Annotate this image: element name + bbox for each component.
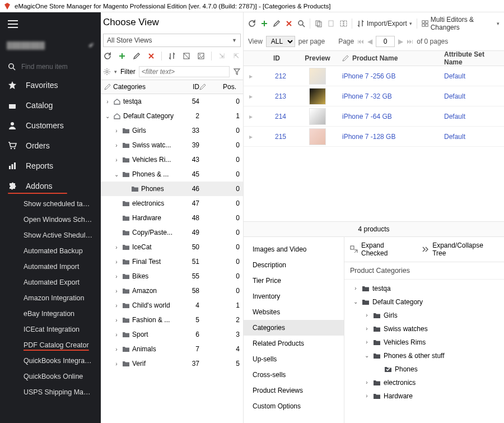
product-row[interactable]: ▸214iPhone 7 -64 GBDefault	[244, 106, 504, 127]
sidebar-item-favorites[interactable]: Favorites	[0, 75, 101, 95]
category-row[interactable]: ›Fashion & ...52	[101, 313, 243, 327]
contrast-icon[interactable]	[182, 52, 191, 61]
expand-icon[interactable]: ›	[113, 361, 120, 367]
category-row[interactable]: Copy/Paste...490	[101, 225, 243, 240]
detail-tab[interactable]: Cross-sells	[244, 367, 344, 383]
filter-input[interactable]	[139, 66, 230, 77]
expand-icon[interactable]: ›	[113, 346, 120, 352]
detail-tab[interactable]: Categories	[244, 320, 344, 336]
product-row[interactable]: ▸213iPhone 7 -32 GBDefault	[244, 86, 504, 106]
detail-tab[interactable]: Up-sells	[244, 351, 344, 367]
detail-tab[interactable]: Custom Options	[244, 398, 344, 414]
import-export-button[interactable]: Import/Export▾	[357, 20, 412, 27]
pc-tree-row[interactable]: ⌄Phones & other stuff	[350, 349, 498, 362]
product-attr-set[interactable]: Default	[440, 113, 504, 120]
swap-icon[interactable]	[167, 52, 176, 61]
refresh-products-icon[interactable]	[248, 19, 256, 28]
expand-icon[interactable]: ›	[113, 317, 120, 323]
expand-icon[interactable]: ›	[113, 244, 120, 250]
row-handle-icon[interactable]: ▸	[249, 72, 257, 80]
expand-icon[interactable]: ⌄	[363, 352, 370, 359]
expand-icon[interactable]: ⌄	[352, 299, 359, 305]
sidebar-item-addons[interactable]: Addons	[0, 176, 101, 196]
product-id[interactable]: 215	[257, 133, 296, 141]
category-row[interactable]: ›Animals74	[101, 342, 243, 356]
delete-icon[interactable]	[147, 52, 156, 61]
funnel-icon[interactable]	[233, 68, 241, 76]
add-icon[interactable]	[118, 52, 127, 61]
sidebar-item-orders[interactable]: Orders	[0, 136, 101, 156]
expand-icon[interactable]: ›	[104, 99, 111, 105]
addons-subitem[interactable]: QuickBooks Online	[0, 369, 101, 384]
product-attr-set[interactable]: Default	[440, 92, 504, 100]
next-page-icon[interactable]: ▶	[398, 38, 403, 45]
product-row[interactable]: ▸212iPhone 7 -256 GBDefault	[244, 66, 504, 86]
expand-icon[interactable]: ›	[352, 285, 359, 291]
gear-icon[interactable]	[103, 68, 111, 76]
pc-tree-row[interactable]: ›testqa	[350, 282, 498, 295]
product-name[interactable]: iPhone 7 -128 GB	[339, 133, 440, 141]
add-product-icon[interactable]	[260, 19, 268, 28]
col-attribute-set[interactable]: Attribute Set Name	[440, 50, 504, 66]
product-thumbnail[interactable]	[296, 128, 339, 145]
addons-subitem[interactable]: Open Windows Scheduler	[0, 212, 101, 227]
category-row[interactable]: ›Bikes550	[101, 269, 243, 283]
refresh-icon[interactable]	[103, 52, 112, 61]
expand-icon[interactable]: ⌄	[113, 171, 120, 178]
prev-page-icon[interactable]: ◀	[367, 38, 372, 45]
product-thumbnail[interactable]	[296, 88, 339, 105]
detail-tab[interactable]: Related Products	[244, 336, 344, 351]
col-pos[interactable]: Pos.	[215, 83, 240, 91]
row-handle-icon[interactable]: ▸	[249, 133, 257, 141]
pc-tree-row[interactable]: Phones	[350, 362, 498, 376]
product-thumbnail[interactable]	[296, 68, 339, 85]
sidebar-search[interactable]: Find menu item	[0, 58, 101, 75]
last-page-icon[interactable]: ⏭	[407, 38, 413, 45]
expand-icon[interactable]: ›	[363, 326, 370, 332]
search-products-icon[interactable]	[297, 19, 305, 28]
detail-tab[interactable]: Images and Video	[244, 241, 344, 257]
addons-subitem[interactable]: eBay Integration	[0, 306, 101, 322]
detail-tab[interactable]: Description	[244, 257, 344, 273]
view-count-select[interactable]: ALL	[266, 36, 295, 47]
addons-subitem[interactable]: PDF Catalog Creator	[0, 337, 101, 353]
addons-subitem[interactable]: Automated Backup	[0, 243, 101, 259]
first-page-icon[interactable]: ⏮	[357, 38, 364, 45]
product-id[interactable]: 212	[257, 72, 296, 80]
gear-dropdown-icon[interactable]: ▾	[114, 69, 117, 75]
addons-subitem[interactable]: Automated Export	[0, 275, 101, 290]
sidebar-item-customers[interactable]: Customers	[0, 115, 101, 136]
expand-icon[interactable]: ›	[363, 312, 370, 318]
expand-icon[interactable]: ›	[113, 288, 120, 294]
category-row[interactable]: ›Vehicles Ri...430	[101, 152, 243, 167]
expand-icon[interactable]: ›	[363, 379, 370, 385]
category-row[interactable]: ›Sport63	[101, 327, 243, 342]
expand-icon[interactable]: ›	[113, 303, 120, 309]
col-product-id[interactable]: ID	[257, 54, 296, 62]
expand-icon[interactable]: ›	[113, 259, 120, 265]
row-handle-icon[interactable]: ▸	[249, 113, 257, 120]
edit-product-icon[interactable]	[273, 19, 281, 28]
category-row[interactable]: Phones460	[101, 182, 243, 196]
expand-icon[interactable]: ⌄	[104, 113, 111, 119]
row-handle-icon[interactable]: ▸	[249, 92, 257, 100]
product-thumbnail[interactable]	[296, 108, 339, 125]
addons-subitem[interactable]: USPS Shipping Manage...	[0, 384, 101, 400]
multi-editors-button[interactable]: Multi Editors & Changers▾	[422, 16, 500, 31]
addons-subitem[interactable]: QuickBooks Integration	[0, 353, 101, 369]
detail-tab[interactable]: Tier Price	[244, 273, 344, 289]
expand-icon[interactable]: ›	[113, 332, 120, 338]
pc-tree-row[interactable]: ›electronics	[350, 376, 498, 389]
product-attr-set[interactable]: Default	[440, 133, 504, 141]
addons-subitem[interactable]: Amazon Integration	[0, 290, 101, 306]
category-row[interactable]: ⌄Default Category21	[101, 109, 243, 123]
category-row[interactable]: ›Child's world41	[101, 298, 243, 313]
page-number-input[interactable]	[376, 36, 395, 47]
expand-checked-button[interactable]: Expand Checked	[350, 241, 412, 257]
copy-icon[interactable]	[315, 19, 323, 28]
expand-icon[interactable]: ›	[113, 142, 120, 148]
sidebar-item-catalog[interactable]: Catalog	[0, 95, 101, 115]
detail-tab[interactable]: Product Reviews	[244, 383, 344, 398]
sidebar-item-reports[interactable]: Reports	[0, 156, 101, 176]
store-view-select[interactable]: All Store Views ▼	[103, 34, 241, 47]
